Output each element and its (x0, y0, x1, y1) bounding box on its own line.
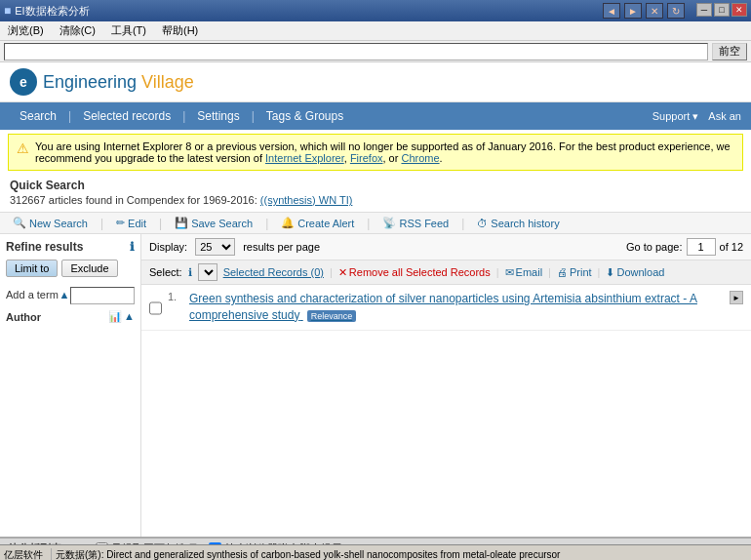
sidebar-btn-row: Limit to Exclude (6, 260, 135, 277)
checkbox-only-selected[interactable]: 只提取网页勾选项 (96, 541, 197, 544)
selected-records-link[interactable]: Selected Records (0) (223, 266, 324, 278)
limit-to-button[interactable]: Limit to (6, 260, 58, 277)
select-dropdown[interactable] (198, 263, 217, 281)
add-term-input[interactable] (70, 287, 136, 304)
remove-all-button[interactable]: ✕ Remove all Selected Records (338, 266, 491, 279)
nav-search[interactable]: Search (10, 102, 66, 130)
ev-container: e Engineering Village Search | Selected … (0, 62, 751, 544)
collapse-icon[interactable]: ▲ (59, 289, 70, 300)
nav-support[interactable]: Support ▾ (652, 110, 699, 123)
relevance-badge: Relevance (307, 310, 357, 322)
remove-icon: ✕ (338, 266, 347, 279)
go-button[interactable]: 前空 (712, 43, 747, 60)
page-nav: Go to page: of 12 (626, 238, 743, 256)
ev-nav: Search | Selected records | Settings | T… (0, 102, 751, 130)
address-input[interactable] (4, 43, 708, 60)
search-history-button[interactable]: ⏱ Search history (474, 217, 562, 230)
info-icon2: ℹ (188, 266, 192, 279)
per-page-select[interactable]: 25 50 100 (195, 238, 235, 256)
logo-text: Engineering Village (43, 72, 194, 93)
query-link[interactable]: ((synthesis) WN TI) (260, 194, 353, 206)
menu-tools[interactable]: 工具(T) (107, 22, 150, 39)
search-results: 312667 articles found in Compendex for 1… (10, 194, 741, 206)
nav-settings[interactable]: Settings (187, 102, 249, 130)
status-bar: 亿层软件 元数据(第): Direct and generalized synt… (0, 544, 751, 560)
bottom-panel-title: 待分析列表：25 (8, 541, 84, 544)
titlebar: ■ EI数据检索分析 ◄ ► ✕ ↻ ─ □ ✕ (0, 0, 751, 21)
scroll-right-arrow[interactable]: ► (730, 291, 743, 304)
results-area: Display: 25 50 100 results per page Go t… (141, 234, 751, 537)
disable-popup-checkbox[interactable] (209, 542, 221, 544)
logo-text1: Engineering (43, 72, 137, 92)
email-icon: ✉ (505, 266, 514, 279)
nav-back[interactable]: ◄ (603, 3, 620, 19)
menu-clear[interactable]: 清除(C) (56, 22, 99, 39)
ev-header: e Engineering Village (0, 62, 751, 102)
nav-ask[interactable]: Ask an (708, 110, 741, 122)
maximize-button[interactable]: □ (714, 3, 730, 17)
page-input[interactable] (687, 238, 716, 256)
save-icon: 💾 (175, 217, 188, 229)
chrome-link[interactable]: Chrome (401, 152, 439, 164)
result-item: 1. Green synthesis and characterization … (141, 285, 751, 331)
select-bar: Select: ℹ Selected Records (0) | ✕ Remov… (141, 260, 751, 285)
firefox-link[interactable]: Firefox (350, 152, 383, 164)
only-selected-checkbox[interactable] (96, 542, 108, 544)
author-section: Author 📊 ▲ (6, 310, 135, 323)
nav-selected-records[interactable]: Selected records (73, 102, 180, 130)
print-button[interactable]: 🖨 Print (557, 266, 592, 278)
checkbox-disable-popup[interactable]: 禁止浏览器弹出脚本提示 (209, 541, 342, 544)
ie-link[interactable]: Internet Explorer (265, 152, 344, 164)
logo-letter: e (20, 74, 27, 90)
exclude-button[interactable]: Exclude (61, 260, 117, 277)
address-bar: 前空 (0, 41, 751, 62)
edit-button[interactable]: ✏ Edit (113, 216, 149, 230)
new-search-icon: 🔍 (13, 217, 26, 229)
nav-stop[interactable]: ✕ (646, 3, 663, 19)
nav-fwd[interactable]: ► (624, 3, 642, 19)
rss-feed-button[interactable]: 📡 RSS Feed (379, 216, 452, 230)
menu-bar: 浏览(B) 清除(C) 工具(T) 帮助(H) (0, 21, 751, 41)
status-software: 亿层软件 (4, 548, 52, 561)
create-alert-button[interactable]: 🔔 Create Alert (278, 216, 357, 230)
close-button[interactable]: ✕ (731, 3, 747, 17)
nav-refresh[interactable]: ↻ (667, 3, 685, 19)
status-text: 元数据(第): Direct and generalized synthesis… (56, 548, 560, 561)
app-title: EI数据检索分析 (15, 4, 89, 19)
logo-circle: e (10, 68, 37, 96)
minimize-button[interactable]: ─ (696, 3, 712, 17)
ev-logo: e Engineering Village (10, 68, 194, 96)
expand-icon[interactable]: ▲ (124, 310, 135, 323)
search-toolbar: 🔍 New Search | ✏ Edit | 💾 Save Search | … (0, 212, 751, 234)
new-search-button[interactable]: 🔍 New Search (10, 216, 91, 230)
email-button[interactable]: ✉ Email (505, 266, 543, 279)
edit-icon: ✏ (116, 217, 125, 229)
info-icon: ℹ (130, 240, 135, 254)
nav-tags-groups[interactable]: Tags & Groups (257, 102, 353, 130)
menu-browse[interactable]: 浏览(B) (4, 22, 48, 39)
menu-help[interactable]: 帮助(H) (158, 22, 202, 39)
quick-search-title: Quick Search (10, 179, 85, 192)
download-button[interactable]: ⬇ Download (606, 266, 664, 279)
chart-icon[interactable]: 📊 (108, 310, 122, 323)
warning-text: You are using Internet Explorer 8 or a p… (35, 140, 734, 164)
result-title[interactable]: Green synthesis and characterization of … (189, 291, 724, 324)
bottom-panel: 待分析列表：25 只提取网页勾选项 禁止浏览器弹出脚本提示 加入本页到列表 加入… (0, 537, 751, 544)
nav-right: Support ▾ Ask an (652, 110, 741, 123)
titlebar-title: ■ EI数据检索分析 (4, 4, 603, 19)
logo-text2: Village (141, 72, 194, 92)
sidebar: Refine results ℹ Limit to Exclude Add a … (0, 234, 141, 537)
sidebar-refine-title: Refine results ℹ (6, 240, 135, 254)
result-num: 1. (168, 291, 183, 324)
history-icon: ⏱ (477, 218, 488, 229)
titlebar-controls: ◄ ► ✕ ↻ ─ □ ✕ (603, 3, 747, 19)
quick-search: Quick Search 312667 articles found in Co… (0, 175, 751, 212)
rss-icon: 📡 (382, 217, 396, 229)
results-controls: Display: 25 50 100 results per page Go t… (141, 234, 751, 260)
result-content: Green synthesis and characterization of … (189, 291, 724, 324)
print-icon: 🖨 (557, 266, 568, 278)
alert-icon: 🔔 (281, 217, 295, 229)
save-search-button[interactable]: 💾 Save Search (172, 216, 256, 230)
result-checkbox[interactable] (149, 293, 162, 324)
download-icon: ⬇ (606, 266, 614, 279)
